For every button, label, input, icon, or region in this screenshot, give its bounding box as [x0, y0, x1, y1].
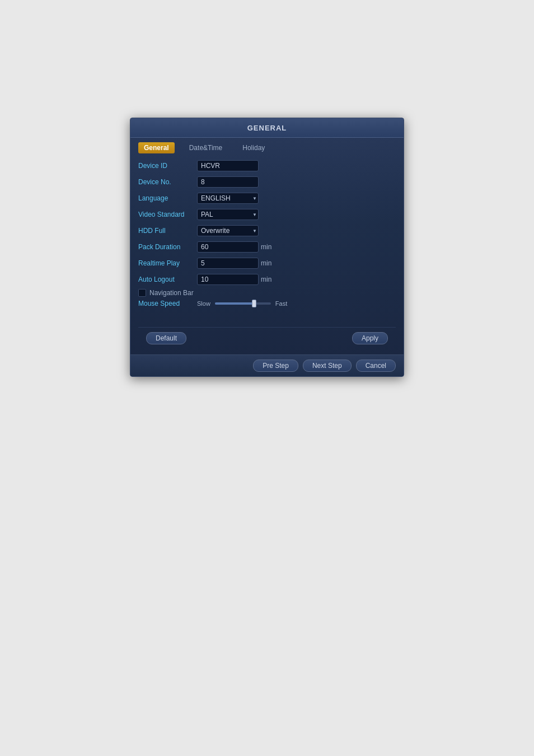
realtime-play-input[interactable] [197, 258, 259, 269]
dialog-title: GENERAL [247, 124, 287, 132]
dialog-title-bar: GENERAL [130, 118, 404, 138]
language-select-wrapper: ENGLISH CHINESE FRENCH GERMAN ▼ [197, 193, 259, 204]
default-button[interactable]: Default [146, 332, 186, 344]
device-id-label: Device ID [138, 162, 197, 170]
spacer [138, 310, 396, 327]
language-label: Language [138, 194, 197, 202]
tab-datetime[interactable]: Date&Time [184, 142, 228, 153]
video-standard-label: Video Standard [138, 211, 197, 218]
hdd-full-row: HDD Full Overwrite Stop ▼ [138, 224, 396, 237]
mouse-speed-label: Mouse Speed [138, 300, 197, 307]
hdd-full-label: HDD Full [138, 227, 197, 235]
slider-thumb[interactable] [252, 300, 256, 307]
device-no-row: Device No. [138, 175, 396, 189]
pre-step-button[interactable]: Pre Step [253, 360, 298, 372]
mouse-speed-row: Mouse Speed Slow Fast [138, 300, 396, 307]
bottom-bar: Default Apply [138, 327, 396, 349]
navigation-bar-label: Navigation Bar [149, 289, 194, 297]
auto-logout-label: Auto Logout [138, 276, 197, 283]
auto-logout-unit: min [261, 276, 271, 283]
device-id-input[interactable] [197, 160, 259, 171]
realtime-play-unit: min [261, 259, 271, 267]
device-no-input[interactable] [197, 176, 259, 188]
tabs-bar: General Date&Time Holiday [130, 138, 404, 156]
auto-logout-row: Auto Logout min [138, 273, 396, 286]
general-dialog: GENERAL General Date&Time Holiday Device… [130, 118, 404, 377]
video-standard-select-wrapper: PAL NTSC ▼ [197, 209, 259, 220]
next-step-button[interactable]: Next Step [303, 360, 352, 372]
video-standard-row: Video Standard PAL NTSC ▼ [138, 208, 396, 221]
slow-label: Slow [197, 300, 210, 307]
apply-button[interactable]: Apply [352, 332, 388, 344]
tab-general[interactable]: General [138, 142, 175, 153]
tab-holiday[interactable]: Holiday [237, 142, 270, 153]
navigation-bar-checkbox[interactable] [138, 289, 146, 297]
footer-bar: Pre Step Next Step Cancel [130, 354, 404, 376]
pack-duration-label: Pack Duration [138, 243, 197, 251]
video-standard-select[interactable]: PAL NTSC [197, 209, 259, 220]
language-select[interactable]: ENGLISH CHINESE FRENCH GERMAN [197, 193, 259, 204]
device-id-row: Device ID [138, 159, 396, 172]
auto-logout-input[interactable] [197, 274, 259, 285]
language-row: Language ENGLISH CHINESE FRENCH GERMAN ▼ [138, 192, 396, 205]
hdd-full-select-wrapper: Overwrite Stop ▼ [197, 225, 259, 236]
pack-duration-row: Pack Duration min [138, 240, 396, 254]
mouse-speed-slider-track[interactable] [215, 302, 271, 305]
pack-duration-unit: min [261, 243, 271, 251]
fast-label: Fast [275, 300, 287, 307]
realtime-play-label: Realtime Play [138, 259, 197, 267]
pack-duration-input[interactable] [197, 241, 259, 253]
slider-fill [215, 302, 254, 305]
content-area: Device ID Device No. Language ENGLISH CH… [130, 156, 404, 354]
navigation-bar-row: Navigation Bar [138, 289, 396, 297]
hdd-full-select[interactable]: Overwrite Stop [197, 225, 259, 236]
device-no-label: Device No. [138, 178, 197, 186]
cancel-button[interactable]: Cancel [356, 360, 396, 372]
realtime-play-row: Realtime Play min [138, 256, 396, 270]
